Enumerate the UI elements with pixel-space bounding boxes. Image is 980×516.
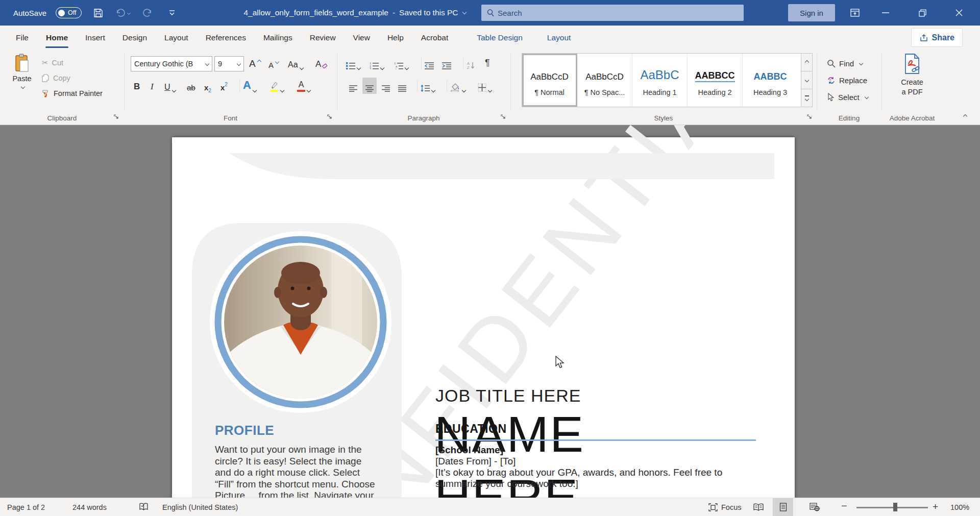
increase-indent-button[interactable] <box>442 55 451 71</box>
decrease-indent-button[interactable] <box>425 55 434 71</box>
subscript-button[interactable]: x2 <box>204 78 211 94</box>
profile-body[interactable]: Want to put your own image in the circle… <box>215 444 375 498</box>
paragraph-dialog-launcher[interactable] <box>499 113 507 121</box>
sign-in-button[interactable]: Sign in <box>788 4 835 21</box>
shading-button[interactable] <box>450 78 465 94</box>
numbering-button[interactable]: 123 <box>370 55 384 71</box>
justify-button[interactable] <box>395 78 409 94</box>
zoom-in-button[interactable]: + <box>933 498 938 515</box>
paint-bucket-icon <box>450 83 460 92</box>
borders-button[interactable] <box>478 78 492 94</box>
acrobat-group-label: Adobe Acrobat <box>881 114 943 122</box>
replace-button[interactable]: bc Replace <box>827 73 867 87</box>
save-icon[interactable] <box>91 4 106 21</box>
education-body[interactable]: [School Name] [Dates From] - [To] [It’s … <box>435 445 722 489</box>
create-pdf-button[interactable]: Create a PDF <box>892 53 933 110</box>
multilevel-list-button[interactable]: 1ai <box>394 55 408 71</box>
word-count[interactable]: 244 words <box>72 498 107 516</box>
font-color-button[interactable]: A <box>297 78 310 94</box>
ribbon-display-options-icon[interactable] <box>843 0 867 26</box>
align-center-button[interactable] <box>362 78 377 94</box>
copy-button[interactable]: Copy <box>42 71 70 85</box>
text-effects-button[interactable]: A <box>243 78 256 94</box>
style-heading-1[interactable]: AaBbC Heading 1 <box>632 54 688 107</box>
job-title-placeholder[interactable]: JOB TITLE HERE <box>435 386 581 406</box>
style-heading-2[interactable]: AABBCC Heading 2 <box>688 54 743 107</box>
search-input[interactable]: Search <box>481 5 744 21</box>
document-title[interactable]: 4_allow_only_form_fields_word_example - … <box>240 0 470 26</box>
tab-insert[interactable]: Insert <box>77 26 114 50</box>
minimize-button[interactable] <box>874 0 897 26</box>
zoom-slider-track[interactable] <box>856 507 928 508</box>
find-button[interactable]: Find <box>827 56 863 70</box>
zoom-level[interactable]: 100% <box>950 498 969 516</box>
font-dialog-launcher[interactable] <box>326 113 334 121</box>
chevron-down-icon <box>462 10 466 14</box>
tab-references[interactable]: References <box>197 26 255 50</box>
bullets-button[interactable] <box>346 55 360 71</box>
bold-button[interactable]: B <box>134 78 140 94</box>
tab-table-design[interactable]: Table Design <box>468 26 531 50</box>
tab-review[interactable]: Review <box>301 26 345 50</box>
collapse-ribbon-button[interactable] <box>960 112 971 120</box>
tab-mailings[interactable]: Mailings <box>255 26 301 50</box>
clear-formatting-button[interactable]: A <box>315 55 328 71</box>
style-heading-3[interactable]: AABBC Heading 3 <box>743 54 798 107</box>
font-family-combobox[interactable]: Century Gothic (B <box>131 56 212 71</box>
text-highlight-button[interactable] <box>270 78 284 94</box>
decrease-indent-icon <box>425 62 434 69</box>
document-page[interactable]: CONFIDENTIAL <box>172 137 795 498</box>
cut-button[interactable]: ✂ Cut <box>42 56 63 69</box>
styles-dialog-launcher[interactable] <box>805 113 814 121</box>
language-indicator[interactable]: English (United States) <box>162 498 238 516</box>
align-right-button[interactable] <box>379 78 393 94</box>
proofing-status-icon[interactable] <box>139 498 149 516</box>
sort-button[interactable]: AZ <box>467 55 476 71</box>
underline-button[interactable]: U <box>164 78 176 94</box>
format-painter-button[interactable]: Format Painter <box>42 87 103 100</box>
grow-font-button[interactable]: A <box>249 55 261 71</box>
page-indicator[interactable]: Page 1 of 2 <box>7 498 45 516</box>
tab-design[interactable]: Design <box>114 26 156 50</box>
change-case-button[interactable]: Aa <box>288 55 303 71</box>
web-layout-button[interactable] <box>804 498 825 516</box>
styles-scroll-up-button[interactable] <box>801 54 812 71</box>
strikethrough-button[interactable]: ab <box>187 78 195 94</box>
shrink-font-button[interactable]: A <box>268 55 279 71</box>
print-layout-button[interactable] <box>773 498 793 516</box>
italic-button[interactable]: I <box>151 78 154 94</box>
style-normal[interactable]: AaBbCcD ¶ Normal <box>522 54 577 107</box>
styles-more-button[interactable] <box>801 89 812 107</box>
tab-table-layout[interactable]: Layout <box>538 26 580 50</box>
profile-photo[interactable] <box>209 230 393 414</box>
paste-button[interactable]: Paste <box>7 53 37 108</box>
share-button[interactable]: Share <box>911 28 963 47</box>
tab-help[interactable]: Help <box>379 26 412 50</box>
close-button[interactable] <box>947 0 971 26</box>
tab-file[interactable]: File <box>0 26 37 50</box>
font-size-combobox[interactable]: 9 <box>214 56 244 71</box>
quick-access-customize-icon[interactable] <box>164 4 180 21</box>
align-left-button[interactable] <box>346 78 360 94</box>
tab-view[interactable]: View <box>345 26 379 50</box>
style-no-spacing[interactable]: AaBbCcD ¶ No Spac... <box>577 54 632 107</box>
read-mode-button[interactable] <box>748 498 769 516</box>
redo-icon[interactable] <box>140 4 155 21</box>
tab-acrobat[interactable]: Acrobat <box>412 26 457 50</box>
focus-mode-button[interactable]: Focus <box>708 498 742 516</box>
show-formatting-marks-button[interactable]: ¶ <box>485 54 490 70</box>
tab-home[interactable]: Home <box>37 26 77 50</box>
styles-scroll-down-button[interactable] <box>801 71 812 89</box>
undo-icon[interactable] <box>115 4 131 21</box>
education-heading[interactable]: EDUCATION <box>435 422 507 436</box>
restore-button[interactable] <box>911 0 934 26</box>
tab-layout[interactable]: Layout <box>156 26 197 50</box>
clipboard-dialog-launcher[interactable] <box>112 113 120 121</box>
autosave-toggle[interactable]: Off <box>56 7 81 18</box>
zoom-slider-handle[interactable] <box>893 503 897 511</box>
select-button[interactable]: Select <box>827 90 868 104</box>
profile-heading[interactable]: PROFILE <box>215 423 274 438</box>
line-spacing-button[interactable] <box>421 78 435 94</box>
superscript-button[interactable]: x2 <box>220 78 228 94</box>
zoom-out-button[interactable]: − <box>841 497 847 515</box>
